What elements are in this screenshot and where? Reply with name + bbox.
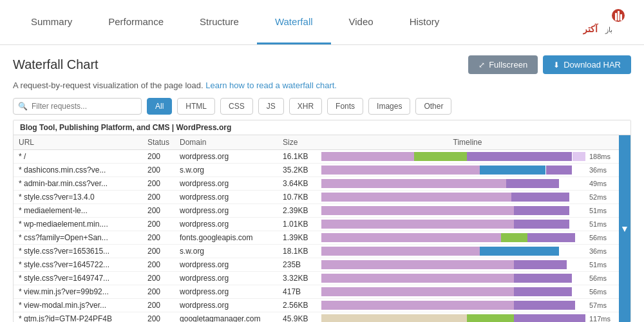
cell-status: 200 [142, 191, 175, 204]
filter-all[interactable]: All [147, 98, 172, 115]
cell-domain: wordpress.org [175, 272, 278, 285]
filter-css[interactable]: CSS [220, 98, 253, 115]
filter-html[interactable]: HTML [177, 98, 215, 115]
table-row[interactable]: * style.css?ver=1653615...200s.w.org18.1… [14, 245, 619, 258]
svg-text:باز: باز [605, 26, 612, 34]
fullscreen-button[interactable]: ⤢ Fullscreen [468, 55, 538, 74]
scroll-right-arrow[interactable]: ▼ [619, 135, 630, 322]
site-row: Blog Tool, Publishing Platform, and CMS … [14, 120, 630, 135]
download-har-button[interactable]: ⬇ Download HAR [543, 55, 631, 74]
header-domain: Domain [175, 135, 278, 150]
time-label: 117ms [589, 315, 614, 322]
table-row[interactable]: * admin-bar.min.css?ver...200wordpress.o… [14, 177, 619, 191]
cell-domain: wordpress.org [175, 191, 278, 204]
cell-domain: s.w.org [175, 245, 278, 258]
tab-waterfall-label: Waterfall [275, 16, 313, 27]
cell-status: 200 [142, 218, 175, 231]
table-row[interactable]: * view-modal.min.js?ver...200wordpress.o… [14, 299, 619, 312]
time-label: 188ms [589, 153, 614, 160]
svg-rect-3 [620, 14, 622, 21]
cell-timeline: 36ms [316, 245, 619, 258]
table-row[interactable]: * wp-mediaelement.min....200wordpress.or… [14, 218, 619, 231]
filter-images[interactable]: Images [368, 98, 410, 115]
tab-structure[interactable]: Structure [182, 0, 257, 44]
cell-domain: wordpress.org [175, 299, 278, 312]
time-label: 36ms [589, 247, 614, 255]
table-row[interactable]: * css?family=Open+San...200fonts.googlea… [14, 231, 619, 245]
cell-timeline: 56ms [316, 285, 619, 299]
tab-summary[interactable]: Summary [13, 0, 90, 44]
table-scroll[interactable]: URL Status Domain Size Timeline * /200wo… [14, 135, 619, 322]
cell-domain: wordpress.org [175, 218, 278, 231]
search-icon: 🔍 [18, 102, 28, 111]
cell-url: * view.min.js?ver=99b92... [14, 285, 142, 299]
cell-url: * view-modal.min.js?ver... [14, 299, 142, 312]
table-row[interactable]: * view.min.js?ver=99b92...200wordpress.o… [14, 285, 619, 299]
filter-fonts[interactable]: Fonts [327, 98, 363, 115]
cell-status: 200 [142, 150, 175, 164]
cell-status: 200 [142, 245, 175, 258]
cell-url: * wp-mediaelement.min.... [14, 218, 142, 231]
table-row[interactable]: * /200wordpress.org16.1KB188ms [14, 150, 619, 164]
tab-summary-label: Summary [31, 16, 72, 27]
cell-status: 200 [142, 164, 175, 177]
cell-status: 200 [142, 258, 175, 272]
cell-domain: wordpress.org [175, 258, 278, 272]
cell-size: 1.39KB [278, 231, 316, 245]
section-title: Waterfall Chart [13, 57, 99, 72]
cell-url: * style.css?ver=1649747... [14, 272, 142, 285]
filter-other[interactable]: Other [415, 98, 451, 115]
cell-url: * mediaelement-le... [14, 204, 142, 218]
tab-video-label: Video [349, 16, 374, 27]
cell-timeline: 56ms [316, 231, 619, 245]
cell-timeline: 51ms [316, 258, 619, 272]
cell-status: 200 [142, 312, 175, 323]
main-content: Waterfall Chart ⤢ Fullscreen ⬇ Download … [0, 45, 644, 322]
cell-timeline: 51ms [316, 218, 619, 231]
table-row[interactable]: * dashicons.min.css?ve...200s.w.org35.2K… [14, 164, 619, 177]
table-row[interactable]: * style.css?ver=1645722...200wordpress.o… [14, 258, 619, 272]
cell-domain: fonts.googleapis.com [175, 231, 278, 245]
logo-image: آکتر آکتر باز [580, 6, 631, 39]
filter-js[interactable]: JS [258, 98, 284, 115]
table-row[interactable]: * mediaelement-le...200wordpress.org2.39… [14, 204, 619, 218]
header-url: URL [14, 135, 142, 150]
table-row[interactable]: * gtm.js?id=GTM-P24PF4B200googletagmanag… [14, 312, 619, 323]
cell-status: 200 [142, 177, 175, 191]
action-buttons: ⤢ Fullscreen ⬇ Download HAR [468, 55, 631, 74]
tab-performance[interactable]: Performance [90, 0, 182, 44]
cell-timeline: 188ms [316, 150, 619, 164]
cell-url: * admin-bar.min.css?ver... [14, 177, 142, 191]
cell-size: 417B [278, 285, 316, 299]
logo-svg: آکتر آکتر باز [583, 8, 628, 37]
search-input[interactable] [13, 98, 142, 115]
cell-timeline: 52ms [316, 191, 619, 204]
cell-size: 2.56KB [278, 299, 316, 312]
waterfall-table: Blog Tool, Publishing Platform, and CMS … [13, 120, 631, 322]
search-box: 🔍 [13, 98, 142, 115]
filter-xhr[interactable]: XHR [289, 98, 322, 115]
cell-timeline: 56ms [316, 272, 619, 285]
tab-video[interactable]: Video [331, 0, 392, 44]
table-body: * /200wordpress.org16.1KB188ms* dashicon… [14, 150, 619, 323]
time-label: 51ms [589, 220, 614, 228]
cell-status: 200 [142, 231, 175, 245]
filter-bar: 🔍 All HTML CSS JS XHR Fonts Images Other [13, 98, 631, 115]
cell-size: 3.32KB [278, 272, 316, 285]
header-timeline: Timeline [316, 135, 619, 150]
cell-status: 200 [142, 285, 175, 299]
cell-size: 16.1KB [278, 150, 316, 164]
nav-tabs: Summary Performance Structure Waterfall … [13, 0, 580, 44]
logo: آکتر آکتر باز [580, 0, 631, 44]
fullscreen-label: Fullscreen [489, 60, 527, 70]
cell-status: 200 [142, 272, 175, 285]
tab-history[interactable]: History [392, 0, 458, 44]
cell-url: * gtm.js?id=GTM-P24PF4B [14, 312, 142, 323]
table-row[interactable]: * style.css?ver=13.4.0200wordpress.org10… [14, 191, 619, 204]
cell-domain: s.w.org [175, 164, 278, 177]
tab-waterfall[interactable]: Waterfall [257, 0, 331, 44]
learn-link[interactable]: Learn how to read a waterfall chart. [205, 80, 337, 90]
table-row[interactable]: * style.css?ver=1649747...200wordpress.o… [14, 272, 619, 285]
cell-url: * style.css?ver=13.4.0 [14, 191, 142, 204]
section-header: Waterfall Chart ⤢ Fullscreen ⬇ Download … [13, 55, 631, 74]
